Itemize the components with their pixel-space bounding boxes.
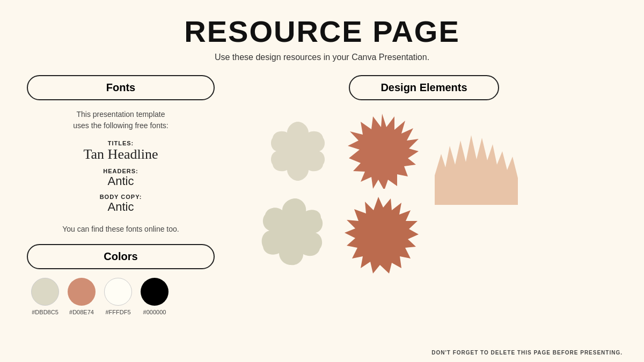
font-label-body: BODY COPY: [27, 194, 215, 200]
swatch-circle-2 [68, 278, 96, 306]
swatch-circle-4 [141, 278, 169, 306]
fonts-badge: Fonts [27, 75, 215, 100]
swatch-000000: #000000 [141, 278, 169, 315]
swatch-label-4: #000000 [143, 309, 166, 315]
swatch-d08e74: #D08E74 [68, 278, 96, 315]
font-entry-titles: TITLES: Tan Headline [27, 140, 215, 162]
swatch-fffdf5: #FFFDF5 [104, 278, 132, 315]
colors-badge: Colors [27, 244, 215, 269]
page-title: RESOURCE PAGE [184, 15, 459, 48]
flower-spiky-top-center [343, 111, 421, 189]
flower-blob-top-left [263, 116, 333, 186]
colors-section: Colors #DBD8C5 #D08E74 #FFFDF5 [27, 244, 215, 315]
fonts-description: This presentation templateuses the follo… [27, 109, 215, 131]
flower-spiky-bottom-center [338, 194, 419, 275]
fonts-online-text: You can find these fonts online too. [27, 225, 215, 233]
shapes-area [231, 100, 617, 351]
footer-note: DON'T FORGET TO DELETE THIS PAGE BEFORE … [431, 350, 623, 356]
content-row: Fonts This presentation templateuses the… [21, 75, 623, 351]
color-swatches: #DBD8C5 #D08E74 #FFFDF5 #000000 [27, 278, 215, 315]
font-label-headers: HEADERS: [27, 168, 215, 174]
crown-peach [429, 122, 523, 208]
font-name-body: Antic [27, 200, 215, 214]
design-elements-badge: Design Elements [349, 75, 499, 100]
swatch-dbd8c5: #DBD8C5 [31, 278, 59, 315]
font-name-titles: Tan Headline [27, 146, 215, 162]
font-label-titles: TITLES: [27, 140, 215, 146]
swatch-label-1: #DBD8C5 [32, 309, 58, 315]
page-wrapper: RESOURCE PAGE Use these design resources… [0, 0, 644, 362]
font-entry-body: BODY COPY: Antic [27, 194, 215, 214]
font-entry-headers: HEADERS: Antic [27, 168, 215, 188]
swatch-circle-3 [104, 278, 132, 306]
font-name-headers: Antic [27, 174, 215, 188]
swatch-circle-1 [31, 278, 59, 306]
right-panel: Design Elements [225, 75, 623, 351]
left-panel: Fonts This presentation templateuses the… [21, 75, 225, 351]
swatch-label-3: #FFFDF5 [105, 309, 130, 315]
page-subtitle: Use these design resources in your Canva… [215, 53, 429, 62]
flower-blob-bottom-left [258, 194, 333, 269]
swatch-label-2: #D08E74 [69, 309, 94, 315]
